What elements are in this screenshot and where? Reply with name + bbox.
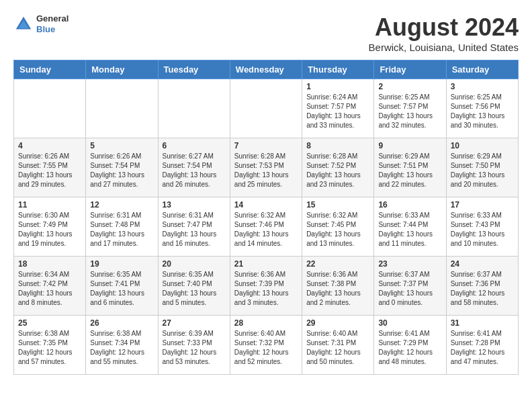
day-number: 18 [18, 259, 81, 269]
day-info: Sunrise: 6:32 AM Sunset: 7:46 PM Dayligh… [234, 211, 298, 248]
day-info: Sunrise: 6:33 AM Sunset: 7:44 PM Dayligh… [378, 211, 441, 248]
day-info: Sunrise: 6:40 AM Sunset: 7:31 PM Dayligh… [306, 329, 369, 367]
day-number: 22 [306, 259, 369, 269]
calendar-cell [158, 79, 230, 138]
day-info: Sunrise: 6:39 AM Sunset: 7:33 PM Dayligh… [163, 329, 226, 367]
calendar-header-row: SundayMondayTuesdayWednesdayThursdayFrid… [14, 60, 519, 79]
day-info: Sunrise: 6:29 AM Sunset: 7:51 PM Dayligh… [378, 152, 441, 189]
day-number: 17 [451, 200, 514, 210]
calendar-week-row: 11Sunrise: 6:30 AM Sunset: 7:49 PM Dayli… [14, 197, 519, 257]
day-info: Sunrise: 6:31 AM Sunset: 7:47 PM Dayligh… [163, 211, 226, 248]
title-area: August 2024 Berwick, Louisiana, United S… [369, 13, 519, 53]
day-number: 4 [18, 141, 81, 150]
day-number: 19 [90, 259, 153, 269]
day-number: 20 [163, 259, 226, 269]
calendar-cell: 2Sunrise: 6:25 AM Sunset: 7:57 PM Daylig… [374, 79, 446, 138]
day-number: 1 [306, 82, 369, 91]
day-number: 28 [234, 318, 298, 328]
day-info: Sunrise: 6:36 AM Sunset: 7:39 PM Dayligh… [234, 270, 298, 308]
calendar-header-tuesday: Tuesday [158, 60, 230, 79]
day-info: Sunrise: 6:31 AM Sunset: 7:48 PM Dayligh… [90, 211, 153, 248]
day-number: 3 [451, 82, 514, 91]
calendar-cell [86, 79, 158, 138]
day-number: 12 [90, 200, 153, 210]
calendar-table: SundayMondayTuesdayWednesdayThursdayFrid… [13, 60, 519, 375]
calendar-cell: 28Sunrise: 6:40 AM Sunset: 7:32 PM Dayli… [230, 316, 302, 375]
calendar-cell: 8Sunrise: 6:28 AM Sunset: 7:52 PM Daylig… [302, 138, 374, 197]
calendar-cell: 30Sunrise: 6:41 AM Sunset: 7:29 PM Dayli… [374, 316, 446, 375]
day-info: Sunrise: 6:25 AM Sunset: 7:57 PM Dayligh… [378, 93, 441, 130]
day-info: Sunrise: 6:41 AM Sunset: 7:29 PM Dayligh… [378, 329, 441, 367]
calendar-cell: 12Sunrise: 6:31 AM Sunset: 7:48 PM Dayli… [86, 197, 158, 257]
calendar-week-row: 1Sunrise: 6:24 AM Sunset: 7:57 PM Daylig… [14, 79, 519, 138]
calendar-header-thursday: Thursday [302, 60, 374, 79]
calendar-cell: 1Sunrise: 6:24 AM Sunset: 7:57 PM Daylig… [302, 79, 374, 138]
day-number: 23 [378, 259, 441, 269]
day-number: 13 [163, 200, 226, 210]
logo-text: General Blue [36, 13, 69, 34]
day-info: Sunrise: 6:34 AM Sunset: 7:42 PM Dayligh… [18, 270, 81, 308]
calendar-cell: 7Sunrise: 6:28 AM Sunset: 7:53 PM Daylig… [230, 138, 302, 197]
calendar-cell: 23Sunrise: 6:37 AM Sunset: 7:37 PM Dayli… [374, 257, 446, 316]
calendar-cell: 17Sunrise: 6:33 AM Sunset: 7:43 PM Dayli… [446, 197, 518, 257]
calendar-cell: 20Sunrise: 6:35 AM Sunset: 7:40 PM Dayli… [158, 257, 230, 316]
day-info: Sunrise: 6:25 AM Sunset: 7:56 PM Dayligh… [451, 93, 514, 130]
day-info: Sunrise: 6:36 AM Sunset: 7:38 PM Dayligh… [306, 270, 369, 308]
day-number: 21 [234, 259, 298, 269]
logo-icon [13, 14, 34, 34]
day-info: Sunrise: 6:38 AM Sunset: 7:35 PM Dayligh… [18, 329, 81, 367]
calendar-week-row: 4Sunrise: 6:26 AM Sunset: 7:55 PM Daylig… [14, 138, 519, 197]
logo: General Blue [13, 13, 69, 34]
day-info: Sunrise: 6:26 AM Sunset: 7:55 PM Dayligh… [18, 152, 81, 189]
day-number: 15 [306, 200, 369, 210]
logo-general: General [36, 13, 69, 24]
day-info: Sunrise: 6:37 AM Sunset: 7:36 PM Dayligh… [451, 270, 514, 308]
day-info: Sunrise: 6:28 AM Sunset: 7:53 PM Dayligh… [234, 152, 298, 189]
calendar-cell: 25Sunrise: 6:38 AM Sunset: 7:35 PM Dayli… [14, 316, 86, 375]
calendar-cell: 11Sunrise: 6:30 AM Sunset: 7:49 PM Dayli… [14, 197, 86, 257]
calendar-cell: 22Sunrise: 6:36 AM Sunset: 7:38 PM Dayli… [302, 257, 374, 316]
day-info: Sunrise: 6:35 AM Sunset: 7:41 PM Dayligh… [90, 270, 153, 308]
calendar-cell: 16Sunrise: 6:33 AM Sunset: 7:44 PM Dayli… [374, 197, 446, 257]
calendar-cell: 29Sunrise: 6:40 AM Sunset: 7:31 PM Dayli… [302, 316, 374, 375]
day-number: 14 [234, 200, 298, 210]
day-number: 31 [451, 318, 514, 328]
day-info: Sunrise: 6:35 AM Sunset: 7:40 PM Dayligh… [163, 270, 226, 308]
calendar-cell: 24Sunrise: 6:37 AM Sunset: 7:36 PM Dayli… [446, 257, 518, 316]
day-number: 10 [451, 141, 514, 150]
main-title: August 2024 [369, 13, 519, 42]
day-number: 29 [306, 318, 369, 328]
day-number: 9 [378, 141, 441, 150]
day-number: 27 [163, 318, 226, 328]
calendar-cell: 26Sunrise: 6:38 AM Sunset: 7:34 PM Dayli… [86, 316, 158, 375]
calendar-header-saturday: Saturday [446, 60, 518, 79]
calendar-week-row: 18Sunrise: 6:34 AM Sunset: 7:42 PM Dayli… [14, 257, 519, 316]
calendar-cell [14, 79, 86, 138]
calendar-cell: 3Sunrise: 6:25 AM Sunset: 7:56 PM Daylig… [446, 79, 518, 138]
calendar-cell: 27Sunrise: 6:39 AM Sunset: 7:33 PM Dayli… [158, 316, 230, 375]
day-number: 25 [18, 318, 81, 328]
calendar-cell: 10Sunrise: 6:29 AM Sunset: 7:50 PM Dayli… [446, 138, 518, 197]
calendar-week-row: 25Sunrise: 6:38 AM Sunset: 7:35 PM Dayli… [14, 316, 519, 375]
day-info: Sunrise: 6:27 AM Sunset: 7:54 PM Dayligh… [163, 152, 226, 189]
day-number: 2 [378, 82, 441, 91]
calendar-cell: 14Sunrise: 6:32 AM Sunset: 7:46 PM Dayli… [230, 197, 302, 257]
day-info: Sunrise: 6:40 AM Sunset: 7:32 PM Dayligh… [234, 329, 298, 367]
day-number: 26 [90, 318, 153, 328]
calendar-header-friday: Friday [374, 60, 446, 79]
calendar-cell: 6Sunrise: 6:27 AM Sunset: 7:54 PM Daylig… [158, 138, 230, 197]
sub-title: Berwick, Louisiana, United States [369, 42, 519, 53]
day-info: Sunrise: 6:26 AM Sunset: 7:54 PM Dayligh… [90, 152, 153, 189]
day-info: Sunrise: 6:24 AM Sunset: 7:57 PM Dayligh… [306, 93, 369, 130]
day-info: Sunrise: 6:29 AM Sunset: 7:50 PM Dayligh… [451, 152, 514, 189]
day-number: 6 [163, 141, 226, 150]
day-info: Sunrise: 6:38 AM Sunset: 7:34 PM Dayligh… [90, 329, 153, 367]
calendar-cell: 18Sunrise: 6:34 AM Sunset: 7:42 PM Dayli… [14, 257, 86, 316]
calendar-header-wednesday: Wednesday [230, 60, 302, 79]
day-number: 5 [90, 141, 153, 150]
calendar-cell: 9Sunrise: 6:29 AM Sunset: 7:51 PM Daylig… [374, 138, 446, 197]
day-info: Sunrise: 6:33 AM Sunset: 7:43 PM Dayligh… [451, 211, 514, 248]
day-number: 7 [234, 141, 298, 150]
day-info: Sunrise: 6:37 AM Sunset: 7:37 PM Dayligh… [378, 270, 441, 308]
day-number: 30 [378, 318, 441, 328]
